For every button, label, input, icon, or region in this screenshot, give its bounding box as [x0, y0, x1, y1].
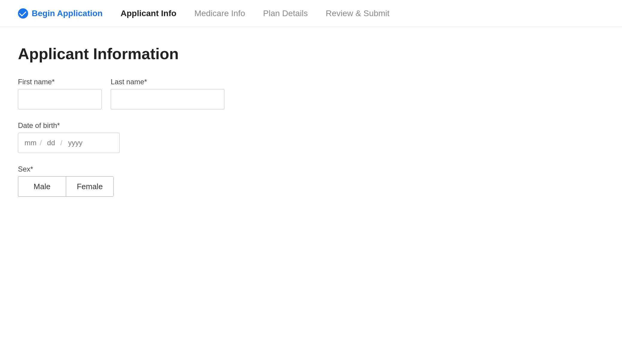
nav-item-plan-details[interactable]: Plan Details [263, 9, 308, 18]
nav-label-review-submit: Review & Submit [326, 9, 390, 18]
sex-male-label: Male [34, 182, 50, 191]
nav-item-begin-application[interactable]: Begin Application [18, 8, 103, 19]
checkmark-icon [18, 8, 28, 19]
last-name-input[interactable] [111, 89, 224, 109]
dob-day-input[interactable] [44, 139, 59, 147]
dob-section: Date of birth* / / [18, 121, 281, 153]
dob-label: Date of birth* [18, 121, 281, 130]
nav-item-review-submit[interactable]: Review & Submit [326, 9, 390, 18]
first-name-input[interactable] [18, 89, 102, 109]
nav-label-begin-application: Begin Application [32, 9, 103, 18]
first-name-group: First name* [18, 78, 102, 109]
dob-separator-2: / [60, 139, 63, 147]
dob-wrapper: / / [18, 133, 120, 153]
sex-female-button[interactable]: Female [66, 176, 114, 197]
nav-bar: Begin Application Applicant Info Medicar… [0, 0, 622, 27]
last-name-group: Last name* [111, 78, 224, 109]
first-name-label: First name* [18, 78, 102, 86]
nav-label-plan-details: Plan Details [263, 9, 308, 18]
dob-month-input[interactable] [23, 139, 38, 147]
dob-separator-1: / [40, 139, 42, 147]
sex-buttons: Male Female [18, 176, 281, 197]
sex-label: Sex* [18, 165, 281, 173]
dob-year-input[interactable] [64, 139, 86, 147]
nav-item-applicant-info[interactable]: Applicant Info [121, 9, 177, 18]
nav-item-medicare-info[interactable]: Medicare Info [194, 9, 245, 18]
sex-female-label: Female [77, 182, 103, 191]
last-name-label: Last name* [111, 78, 224, 86]
dob-group: Date of birth* / / [18, 121, 281, 153]
page-title: Applicant Information [18, 45, 281, 63]
main-content: Applicant Information First name* Last n… [0, 27, 299, 227]
sex-male-button[interactable]: Male [18, 176, 66, 197]
name-row: First name* Last name* [18, 78, 281, 109]
sex-group: Sex* Male Female [18, 165, 281, 197]
nav-label-medicare-info: Medicare Info [194, 9, 245, 18]
sex-section: Sex* Male Female [18, 165, 281, 197]
nav-label-applicant-info: Applicant Info [121, 9, 177, 18]
